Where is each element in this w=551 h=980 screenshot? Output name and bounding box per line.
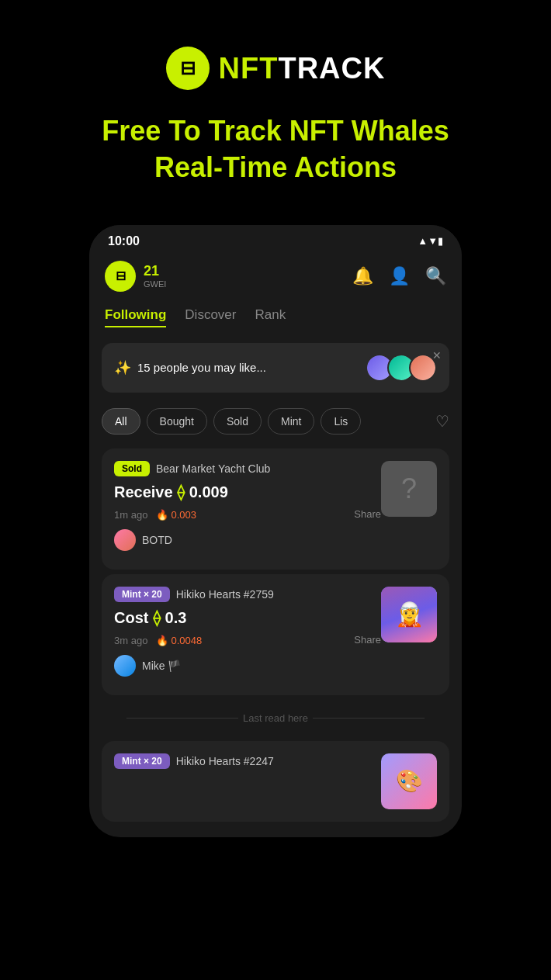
search-icon[interactable]: 🔍 bbox=[425, 266, 446, 286]
card-2-gas: 🔥 0.0048 bbox=[156, 635, 202, 646]
filter-all[interactable]: All bbox=[102, 408, 140, 435]
card-2-user: Mike 🏴 bbox=[114, 655, 381, 677]
user-badge: ⊟ 21 GWEI bbox=[105, 261, 166, 292]
header-actions: 🔔 👤 🔍 bbox=[352, 266, 446, 286]
card-1-tags: Sold Bear Market Yacht Club bbox=[114, 461, 381, 476]
card-3-tags: Mint × 20 Hikiko Hearts #2247 bbox=[114, 753, 274, 769]
card-1-nft-image: ? bbox=[381, 461, 437, 517]
card-1-meta: 1m ago 🔥 0.003 Share bbox=[114, 507, 381, 521]
tagline: Free To Track NFT Whales Real-Time Actio… bbox=[78, 113, 472, 186]
filter-list[interactable]: Lis bbox=[321, 408, 361, 435]
card-3-collection: Hikiko Hearts #2247 bbox=[176, 755, 274, 767]
card-2-avatar bbox=[114, 655, 136, 677]
logo-text: NFTTRACK bbox=[219, 52, 386, 85]
card-1-amount: Receive ⟠ 0.009 bbox=[114, 483, 381, 501]
card-2-nft-image: 🧝 bbox=[381, 587, 437, 642]
suggestion-banner: ✨ 15 people you may like... ✕ bbox=[102, 343, 449, 393]
app-header: ⊟ NFTTRACK bbox=[166, 47, 386, 90]
filter-sold[interactable]: Sold bbox=[213, 408, 262, 435]
filter-tabs: All Bought Sold Mint Lis ♡ bbox=[89, 399, 462, 444]
card-1-avatar bbox=[114, 529, 136, 551]
activity-card-3: Mint × 20 Hikiko Hearts #2247 🎨 bbox=[102, 741, 449, 822]
card-2-time: 3m ago bbox=[114, 635, 147, 646]
card-1-username: BOTD bbox=[142, 534, 172, 546]
status-icons: ▲▼▮ bbox=[418, 235, 443, 247]
card-2-collection: Hikiko Hearts #2759 bbox=[176, 588, 274, 601]
suggestion-avatars bbox=[366, 354, 437, 382]
filter-bought[interactable]: Bought bbox=[147, 408, 207, 435]
phone-mockup: 10:00 ▲▼▮ ⊟ 21 GWEI 🔔 👤 🔍 Following Disc… bbox=[89, 225, 462, 837]
last-read-divider: Last read here bbox=[89, 700, 462, 736]
tab-discover[interactable]: Discover bbox=[185, 307, 236, 327]
app-nav-header: ⊟ 21 GWEI 🔔 👤 🔍 bbox=[89, 255, 462, 301]
card-2-share[interactable]: Share bbox=[354, 634, 381, 646]
notification-icon[interactable]: 🔔 bbox=[352, 266, 373, 286]
card-1-gas: 🔥 0.003 bbox=[156, 509, 196, 521]
gas-label: GWEI bbox=[144, 279, 166, 289]
gas-number: 21 bbox=[144, 263, 166, 279]
tagline-line1: Free To Track NFT Whales bbox=[102, 113, 449, 150]
tag-sold: Sold bbox=[114, 461, 150, 476]
logo-icon: ⊟ bbox=[166, 47, 210, 90]
nav-tabs: Following Discover Rank bbox=[89, 301, 462, 337]
tag-mint-3: Mint × 20 bbox=[114, 753, 170, 769]
card-1-header: Sold Bear Market Yacht Club Receive ⟠ 0.… bbox=[114, 461, 437, 551]
suggestion-label: 15 people you may like... bbox=[137, 361, 266, 374]
card-1-collection: Bear Market Yacht Club bbox=[156, 462, 270, 475]
activity-card-1: Sold Bear Market Yacht Club Receive ⟠ 0.… bbox=[102, 448, 449, 570]
sparkle-icon: ✨ bbox=[114, 359, 131, 376]
user-avatar: ⊟ bbox=[105, 261, 136, 292]
logo-nft: NFT bbox=[219, 52, 279, 85]
tab-rank[interactable]: Rank bbox=[255, 307, 286, 327]
card-2-username: Mike 🏴 bbox=[142, 660, 181, 672]
heart-icon[interactable]: ♡ bbox=[435, 412, 449, 431]
card-2-header: Mint × 20 Hikiko Hearts #2759 Cost ⟠ 0.3… bbox=[114, 587, 437, 677]
tab-following[interactable]: Following bbox=[105, 307, 166, 327]
last-read-text: Last read here bbox=[243, 712, 308, 724]
signal-icon: ▲▼▮ bbox=[418, 235, 443, 247]
card-1-user: BOTD bbox=[114, 529, 381, 551]
tagline-line2: Real-Time Actions bbox=[102, 150, 449, 186]
suggestion-text: ✨ 15 people you may like... bbox=[114, 359, 266, 376]
card-3-nft-image: 🎨 bbox=[381, 753, 437, 809]
filter-mint[interactable]: Mint bbox=[268, 408, 314, 435]
close-suggestion-button[interactable]: ✕ bbox=[432, 349, 442, 362]
tag-mint: Mint × 20 bbox=[114, 587, 170, 602]
card-1-share[interactable]: Share bbox=[354, 508, 381, 520]
card-2-amount: Cost ⟠ 0.3 bbox=[114, 608, 381, 627]
card-2-meta: 3m ago 🔥 0.0048 Share bbox=[114, 633, 381, 647]
status-bar: 10:00 ▲▼▮ bbox=[89, 225, 462, 255]
profile-icon[interactable]: 👤 bbox=[389, 266, 410, 286]
card-1-time: 1m ago bbox=[114, 509, 147, 521]
card-2-tags: Mint × 20 Hikiko Hearts #2759 bbox=[114, 587, 381, 602]
status-time: 10:00 bbox=[108, 234, 140, 248]
activity-card-2: Mint × 20 Hikiko Hearts #2759 Cost ⟠ 0.3… bbox=[102, 574, 449, 695]
logo-track: TRACK bbox=[278, 52, 385, 85]
